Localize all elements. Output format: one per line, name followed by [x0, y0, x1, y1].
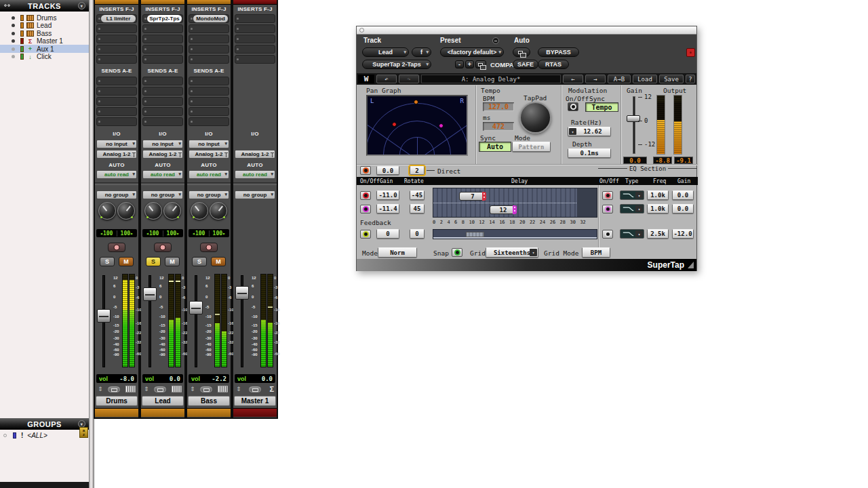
insert-slot[interactable] — [189, 55, 229, 64]
direct-pan-dot[interactable] — [414, 100, 418, 104]
tap1-pan-dot[interactable] — [392, 122, 397, 127]
input-selector[interactable]: no input ▾ — [96, 140, 137, 148]
send-slot[interactable] — [189, 117, 229, 126]
tap2-rotate-value[interactable]: 45 — [410, 204, 425, 214]
gain-slider-track[interactable] — [633, 96, 635, 154]
load-button[interactable]: Load — [633, 75, 657, 83]
track-list-item[interactable]: Drums — [0, 14, 89, 22]
insert-slot-label[interactable]: SprTp2-Tps — [147, 15, 182, 22]
save-button[interactable]: Save — [659, 75, 684, 83]
feedback-rotate-value[interactable]: 0 — [410, 229, 425, 239]
undo-icon[interactable]: ↶ — [376, 75, 397, 83]
eq1-freq-value[interactable]: 1.0k — [647, 190, 669, 200]
send-slot[interactable] — [96, 107, 137, 116]
send-slot[interactable] — [189, 87, 229, 96]
insert-slot[interactable] — [189, 45, 229, 54]
send-slot[interactable] — [96, 97, 137, 106]
tap1-delay-handle[interactable]: 7 — [459, 192, 486, 201]
track-name[interactable]: Master 1 — [234, 396, 276, 406]
depth-value[interactable]: 0.1ms — [568, 148, 611, 158]
group-selector[interactable]: no group ▾ — [142, 190, 183, 199]
solo-button[interactable]: S — [100, 257, 115, 266]
nudge-arrows-icon[interactable]: ⇕ — [236, 386, 241, 392]
send-slot[interactable] — [142, 77, 183, 85]
group-indicator-icon[interactable] — [108, 386, 120, 392]
gain-value[interactable]: 0.0 — [623, 157, 647, 164]
preset-menu-icon[interactable] — [492, 37, 499, 44]
insert-slot[interactable] — [142, 24, 183, 33]
automation-mode-selector[interactable]: auto read ▾ — [189, 170, 229, 179]
mute-button[interactable]: M — [119, 257, 134, 266]
insert-slot[interactable] — [235, 45, 275, 54]
feedback-gain-value[interactable]: 0 — [376, 229, 399, 239]
insert-slot[interactable] — [142, 45, 183, 54]
group-indicator-icon[interactable] — [249, 386, 261, 392]
mod-sync-mode[interactable]: Tempo — [585, 102, 618, 112]
pan-knob-left[interactable] — [144, 202, 162, 220]
track-list-item[interactable]: Bass — [0, 29, 89, 37]
fader-cap[interactable] — [97, 309, 111, 323]
eq2-freq-value[interactable]: 1.0k — [647, 204, 669, 214]
solo-button[interactable]: S — [146, 257, 161, 266]
output-selector[interactable]: Analog 1-2 — [235, 150, 275, 159]
direct-rotate-value[interactable]: 2 — [410, 166, 425, 175]
send-slot[interactable] — [189, 77, 229, 85]
eq2-type-selector[interactable]: ▾ — [620, 204, 644, 214]
track-name[interactable]: Bass — [188, 396, 230, 406]
eq3-gain-value[interactable]: -12.0 — [672, 229, 694, 239]
insert-position-button[interactable]: f▾ — [412, 47, 431, 57]
insert-slot[interactable] — [189, 24, 229, 33]
direct-onoff-button[interactable] — [360, 166, 371, 175]
fader-cap[interactable] — [235, 286, 249, 300]
track-selector[interactable]: Lead▾ — [362, 47, 409, 57]
eq1-gain-value[interactable]: 0.0 — [672, 190, 694, 200]
eq2-gain-value[interactable]: 0.0 — [672, 204, 694, 214]
keyboard-icon[interactable] — [172, 386, 182, 392]
tappad-knob[interactable] — [519, 102, 551, 134]
fader-track[interactable] — [195, 275, 197, 367]
rtas-button[interactable]: RTAS — [538, 60, 569, 69]
insert-slot[interactable] — [96, 55, 137, 64]
previous-setting-button[interactable]: - — [455, 60, 464, 68]
send-slot[interactable] — [142, 97, 183, 106]
tap2-delay-handle[interactable]: 12 — [490, 205, 517, 214]
automation-safe-button[interactable]: SAFE — [513, 60, 538, 69]
feedback-bar[interactable] — [433, 229, 597, 239]
ms-value[interactable]: 472 — [483, 122, 514, 131]
delay-graph[interactable]: 7 12 — [433, 188, 597, 218]
insert-slot[interactable] — [235, 14, 275, 23]
track-list-item[interactable]: Σ Master 1 — [0, 37, 89, 45]
feedback-slider[interactable] — [466, 232, 484, 237]
pan-knob-left[interactable] — [191, 202, 208, 220]
group-selector[interactable]: no group ▾ — [235, 190, 275, 199]
fader-cap[interactable] — [143, 287, 157, 301]
feedback-onoff-button[interactable] — [360, 230, 371, 239]
send-slot[interactable] — [96, 117, 137, 126]
tap1-rotate-value[interactable]: -45 — [410, 190, 425, 200]
plugin-titlebar[interactable] — [357, 26, 696, 35]
send-slot[interactable] — [96, 87, 137, 96]
output-selector[interactable]: Analog 1-2 — [142, 150, 183, 159]
target-button[interactable] — [686, 48, 695, 57]
insert-slot[interactable]: MondoMod — [189, 14, 229, 23]
record-enable-button[interactable] — [200, 243, 218, 252]
pan-knob-right[interactable] — [210, 202, 227, 220]
record-enable-button[interactable] — [154, 243, 172, 252]
eq3-onoff-button[interactable] — [602, 230, 613, 239]
insert-slot[interactable] — [96, 35, 137, 43]
insert-slot-label[interactable]: L1 limiter — [101, 15, 136, 22]
tap2-gain-value[interactable]: -11.4 — [376, 204, 399, 214]
ab-compare-button[interactable]: A→B — [608, 75, 631, 83]
mute-button[interactable]: M — [165, 257, 180, 266]
automation-enable-button[interactable] — [513, 47, 530, 57]
insert-slot[interactable] — [96, 24, 137, 33]
group-selector[interactable]: no group ▾ — [96, 190, 137, 199]
output-selector[interactable]: Analog 1-2 — [189, 150, 229, 159]
fader-cap[interactable] — [189, 301, 203, 314]
insert-slot[interactable]: SprTp2-Tps — [142, 14, 183, 23]
pan-knob-right[interactable] — [117, 202, 135, 220]
track-list-item[interactable]: + Aux 1 — [0, 45, 89, 53]
record-enable-button[interactable] — [108, 243, 125, 252]
insert-slot[interactable] — [96, 45, 137, 54]
bypass-button[interactable]: BYPASS — [538, 47, 579, 57]
